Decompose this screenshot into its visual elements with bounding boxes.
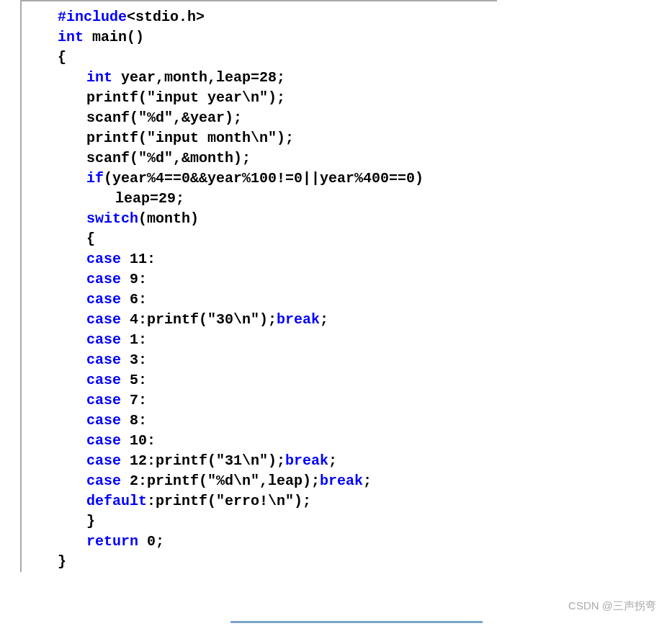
code-line: case 5: (22, 370, 497, 390)
keyword-int: int (58, 29, 84, 45)
keyword-case: case (86, 271, 121, 287)
keyword-case: case (86, 473, 121, 489)
code-line: scanf("%d",&year); (22, 108, 497, 128)
code-line: leap=29; (22, 189, 497, 209)
keyword-if: if (86, 170, 104, 187)
keyword-case: case (86, 392, 121, 408)
code-line: case 2:printf("%d\n",leap);break; (22, 471, 497, 491)
keyword-case: case (86, 331, 121, 348)
keyword-case: case (86, 432, 121, 449)
code-line: switch(month) (22, 209, 497, 229)
code-line: case 6: (22, 290, 497, 310)
code-line: default:printf("erro!\n"); (22, 491, 497, 511)
code-line: printf("input year\n"); (22, 88, 497, 108)
keyword-return: return (86, 533, 138, 550)
keyword-include: #include (58, 9, 127, 25)
code-line: int year,month,leap=28; (22, 68, 497, 88)
code-line: case 1: (22, 330, 497, 350)
code-line: case 7: (22, 390, 497, 411)
code-block: #include<stdio.h> int main() { int year,… (20, 0, 497, 572)
keyword-case: case (86, 452, 121, 469)
code-line: case 3: (22, 350, 497, 370)
code-line: case 9: (22, 269, 497, 290)
bottom-divider (230, 621, 483, 623)
code-line: { (22, 229, 497, 249)
code-line: if(year%4==0&&year%100!=0||year%400==0) (22, 169, 497, 189)
keyword-case: case (86, 352, 121, 368)
code-line: } (22, 552, 497, 572)
keyword-case: case (86, 412, 121, 429)
code-line: scanf("%d",&month); (22, 148, 497, 169)
keyword-case: case (86, 311, 121, 328)
keyword-case: case (86, 372, 121, 388)
code-line: printf("input month\n"); (22, 128, 497, 148)
watermark-text: CSDN @三声拐弯 (568, 598, 656, 613)
keyword-break: break (285, 452, 328, 469)
code-line: case 11: (22, 249, 497, 269)
code-line: } (22, 511, 497, 532)
keyword-break: break (320, 473, 363, 489)
code-line: { (22, 48, 497, 68)
code-line: case 12:printf("31\n");break; (22, 451, 497, 471)
code-line: case 10: (22, 431, 497, 451)
code-line: #include<stdio.h> (22, 7, 497, 27)
keyword-switch: switch (86, 210, 138, 227)
keyword-break: break (277, 311, 320, 328)
keyword-case: case (86, 251, 121, 267)
code-line: return 0; (22, 532, 497, 552)
code-line: int main() (22, 27, 497, 48)
code-line: case 8: (22, 411, 497, 431)
code-line: case 4:printf("30\n");break; (22, 310, 497, 330)
keyword-default: default (86, 493, 147, 509)
keyword-int: int (86, 69, 112, 86)
keyword-case: case (86, 291, 121, 308)
